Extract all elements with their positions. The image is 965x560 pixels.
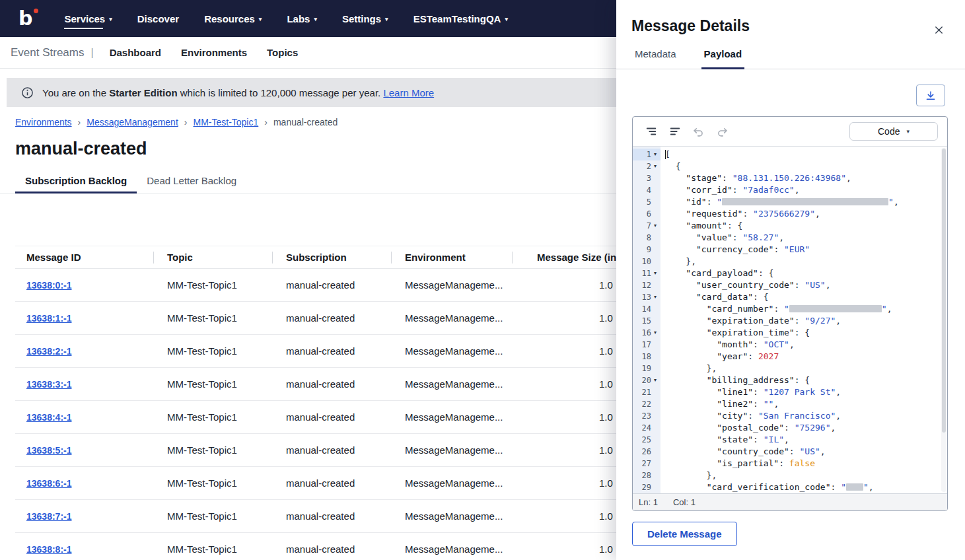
redo-icon[interactable] (713, 123, 731, 141)
nav-item-settings[interactable]: Settings▾ (342, 0, 388, 37)
fold-toggle-icon[interactable]: ▾ (651, 374, 659, 386)
message-id-link[interactable]: 13638:6:-1 (26, 478, 72, 489)
message-id-link[interactable]: 13638:1:-1 (26, 313, 72, 324)
code-token: "" (764, 399, 774, 409)
gutter-row: 11▾ (633, 267, 661, 279)
message-id-link[interactable]: 13638:5:-1 (26, 445, 72, 456)
line-number: 18 (642, 352, 651, 361)
nav-item-services[interactable]: Services▾ (64, 0, 112, 37)
breadcrumb-link-mm-test-topic1[interactable]: MM-Test-Topic1 (193, 117, 258, 127)
code-token: "EUR" (784, 244, 810, 254)
message-id-link[interactable]: 13638:2:-1 (26, 346, 72, 357)
message-id-link[interactable]: 13638:4:-1 (26, 412, 72, 423)
gutter-row: 8 (633, 232, 661, 244)
gutter-row: 6 (633, 208, 661, 220)
scrollbar-thumb[interactable] (942, 149, 946, 433)
code-token: : (784, 423, 795, 433)
subscription-cell: manual-created (272, 510, 391, 522)
code-token: "San Francisco" (758, 411, 836, 421)
environment-cell: MessageManageme... (391, 279, 512, 291)
subnav-item-topics[interactable]: Topics (267, 47, 298, 58)
fold-toggle-icon[interactable]: ▾ (651, 291, 659, 303)
message-id-link[interactable]: 13638:8:-1 (26, 544, 72, 555)
nav-item-esteamtestingqa[interactable]: ESTeamTestingQA▾ (413, 0, 508, 37)
format-compact-icon[interactable] (666, 123, 684, 141)
code-token: : { (795, 328, 810, 337)
code-token (665, 387, 717, 397)
subnav-item-environments[interactable]: Environments (181, 47, 247, 58)
delete-message-button[interactable]: Delete Message (632, 522, 737, 546)
code-token (665, 316, 707, 326)
tab-subscription-backlog[interactable]: Subscription Backlog (15, 168, 137, 193)
code-token: "card_number" (707, 304, 774, 314)
code-token: , (795, 185, 800, 195)
learn-more-link[interactable]: Learn More (383, 87, 434, 98)
panel-tab-metadata[interactable]: Metadata (632, 47, 679, 69)
line-number: 2 (647, 162, 651, 171)
code-token: "OCT" (764, 339, 789, 349)
mode-select[interactable]: Code ▾ (849, 122, 938, 141)
subnav-item-dashboard[interactable]: Dashboard (110, 47, 161, 58)
fold-toggle-icon[interactable]: ▾ (651, 160, 659, 172)
fold-toggle-icon[interactable]: ▾ (651, 149, 659, 160)
line-number: 12 (642, 281, 651, 290)
gutter-row: 12 (633, 279, 661, 291)
cursor-line-indicator: Ln: 1 (639, 497, 658, 507)
line-number: 20 (642, 376, 651, 385)
code-line: "card_data": { (665, 291, 947, 303)
message-id-link[interactable]: 13638:3:-1 (26, 379, 72, 390)
panel-tab-payload[interactable]: Payload (701, 47, 745, 69)
code-token: , (836, 316, 841, 326)
code-token: "expiration_date" (707, 316, 795, 326)
breadcrumb-link-environments[interactable]: Environments (15, 117, 72, 127)
product-name: Event Streams (11, 46, 85, 59)
gutter-row: 18 (633, 351, 661, 363)
nav-item-label: Settings (342, 13, 381, 24)
close-icon[interactable] (931, 22, 947, 38)
brand-logo[interactable]: b (18, 0, 32, 37)
undo-icon[interactable] (690, 123, 707, 141)
code-token: : (733, 232, 743, 242)
code-line: }, (665, 256, 947, 267)
chevron-down-icon: ▾ (314, 16, 317, 22)
format-indent-icon[interactable] (642, 123, 660, 141)
code-content: [ { "stage": "88.131.150.226:43968", "co… (661, 147, 947, 493)
code-token: : (733, 185, 743, 195)
fold-toggle-icon[interactable]: ▾ (651, 327, 659, 339)
code-token: "value" (696, 232, 733, 242)
code-token: , (789, 339, 795, 349)
breadcrumb-link-messagemanagement[interactable]: MessageManagement (87, 117, 178, 127)
nav-item-discover[interactable]: Discover (137, 0, 179, 37)
message-id-link[interactable]: 13638:0:-1 (26, 280, 72, 291)
message-id-link[interactable]: 13638:7:-1 (26, 511, 72, 522)
environment-cell: MessageManageme... (391, 312, 512, 324)
code-token (665, 185, 686, 195)
download-button[interactable] (916, 85, 945, 106)
payload-editor: Code ▾ 1▾2▾34567▾891011▾1213▾141516▾1718… (632, 116, 948, 511)
fold-toggle-icon[interactable]: ▾ (651, 267, 659, 279)
chevron-down-icon: ▾ (906, 128, 910, 135)
breadcrumb-separator: › (264, 117, 268, 127)
code-area[interactable]: 1▾2▾34567▾891011▾1213▾141516▾17181920▾21… (633, 146, 947, 493)
nav-item-resources[interactable]: Resources▾ (204, 0, 262, 37)
line-number: 23 (642, 411, 651, 421)
gutter-row: 22 (633, 398, 661, 410)
column-header-topic: Topic (153, 246, 272, 268)
code-token: "88.131.150.226:43968" (733, 173, 846, 183)
fold-toggle-icon[interactable]: ▾ (651, 220, 659, 232)
gutter-row: 3 (633, 172, 661, 184)
environment-cell: MessageManageme... (391, 444, 512, 456)
line-number: 8 (647, 233, 651, 242)
code-line: "card_number": "", (665, 303, 947, 315)
cursor-col-indicator: Col: 1 (673, 497, 696, 507)
redacted-value (722, 198, 888, 205)
editor-statusbar: Ln: 1 Col: 1 (633, 493, 947, 510)
code-token (665, 399, 717, 409)
editor-scrollbar[interactable] (941, 148, 947, 492)
nav-item-labs[interactable]: Labs▾ (287, 0, 317, 37)
code-token: "card_payload" (686, 268, 758, 278)
gutter-row: 13▾ (633, 291, 661, 303)
code-token (665, 221, 686, 230)
tab-dead-letter-backlog[interactable]: Dead Letter Backlog (137, 168, 246, 193)
code-token: " (888, 197, 894, 207)
